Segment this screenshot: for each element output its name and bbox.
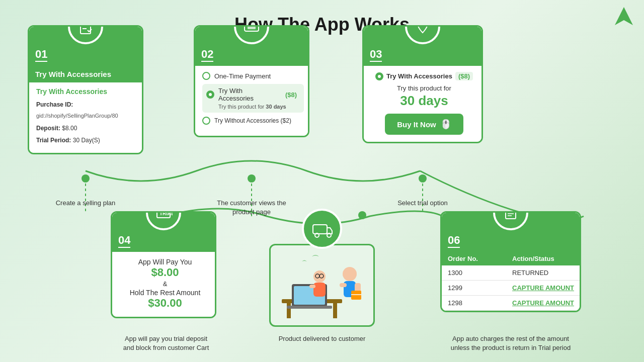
option-one-time-label: One-Time Payment [214,72,271,80]
radio-accessories[interactable] [206,90,214,99]
step-04-card: TRIAL 04 App Will Pay You $8.00 & Hold T… [111,211,216,318]
step03-option-label: Try With Accessories [386,72,452,80]
option-accessories-label: Try With Accessories [218,87,278,102]
svg-rect-22 [313,225,327,234]
table-row-2[interactable]: 1299 CAPTURE AMOUNT [442,281,581,296]
logo-icon [614,6,634,26]
step-01-card: 01 Try With Accessories Try With Accesso… [28,25,143,154]
order-1300: 1300 [448,269,512,277]
step-05-icon-circle [302,209,342,249]
cursor-icon: 🖱️ [440,119,451,130]
delivery-icon [311,218,333,240]
option-without-label: Try Without Accessories ($2) [214,117,291,124]
option-accessories[interactable]: Try With Accessories ($8) Try this produ… [202,84,304,113]
svg-text:TRIAL: TRIAL [159,211,173,216]
trial-value: 30 Day(S) [73,137,100,144]
step04-pay-text: App Will Pay You [119,258,211,266]
action-capture-1298[interactable]: CAPTURE AMOUNT [512,299,577,307]
svg-point-6 [248,174,256,183]
option-accessories-price: ($8) [282,90,300,99]
svg-point-4 [82,174,90,183]
svg-rect-33 [340,283,347,287]
step-02-number: 02 [201,49,213,62]
purchase-id-label: Purchase ID: [36,101,73,108]
step04-hold-text: Hold The Rest Amount [119,289,211,297]
step04-hold-amount: $30.00 [119,297,211,310]
svg-point-8 [419,174,427,183]
caption-06: App auto charges the rest of the amountu… [433,334,589,352]
table-row-1: 1300 RETURNED [442,265,581,281]
step-05-illustration [269,244,375,327]
svg-marker-10 [615,7,633,25]
step03-option-price: ($8) [455,72,473,80]
radio-one-time[interactable] [202,72,210,80]
trial-label: Trial Period: [36,137,71,144]
purchase-id-value: gid://shopify/SellingPlanGroup/80 [36,113,118,119]
caption-03: Select trial option [362,199,483,208]
action-capture-1299[interactable]: CAPTURE AMOUNT [512,284,577,292]
radio-step03[interactable] [375,72,383,80]
step-03-number: 03 [370,49,382,62]
step-01-try-label: Try With Accessories [36,87,143,96]
svg-rect-27 [333,303,337,318]
step-03-card: 03 Try With Accessories ($8) Try this pr… [362,25,483,143]
step-02-card: 02 One-Time Payment Try With Accessories… [194,25,309,137]
svg-point-18 [421,25,425,26]
col-action: Action/Status [512,255,577,262]
step03-try-text: Try this product for [371,84,477,92]
svg-rect-43 [506,211,516,219]
step03-days: 30 days [371,93,477,109]
svg-point-31 [343,267,357,281]
table-row-3[interactable]: 1298 CAPTURE AMOUNT [442,296,581,311]
step-06-number: 06 [448,235,460,248]
caption-01: Create a selling plan [28,199,143,208]
step04-amount: $8.00 [119,266,211,279]
step-05-area [267,209,377,327]
deposit-label: Deposit: [36,125,60,132]
caption-04: App will pay you trial depositand block … [101,334,231,352]
svg-rect-26 [287,303,291,318]
order-1299: 1299 [448,284,512,292]
table-header: Order No. Action/Status [442,252,581,265]
col-order: Order No. [448,255,512,262]
buy-now-button[interactable]: Buy It Now 🖱️ [385,114,463,135]
step-04-number: 04 [118,235,130,248]
svg-rect-39 [309,285,315,288]
svg-rect-30 [287,306,332,309]
caption-05: Product delivered to customer [267,334,377,343]
svg-rect-35 [351,291,361,300]
step-06-card: 06 Order No. Action/Status 1300 RETURNED… [440,211,581,312]
option-one-time[interactable]: One-Time Payment [202,72,304,80]
svg-rect-17 [248,26,256,29]
svg-rect-38 [313,283,326,297]
step-01-number: 01 [35,49,47,62]
order-1298: 1298 [448,299,512,307]
option-accessories-sub: Try this product for 30 days [218,104,300,110]
option-without[interactable]: Try Without Accessories ($2) [202,117,304,125]
action-returned: RETURNED [512,269,577,277]
delivery-illustration [272,246,372,324]
step04-ampersand: & [119,280,211,288]
step-01-title: Try With Accessories [35,70,136,78]
radio-without[interactable] [202,117,210,125]
deposit-value: $8.00 [62,125,77,132]
